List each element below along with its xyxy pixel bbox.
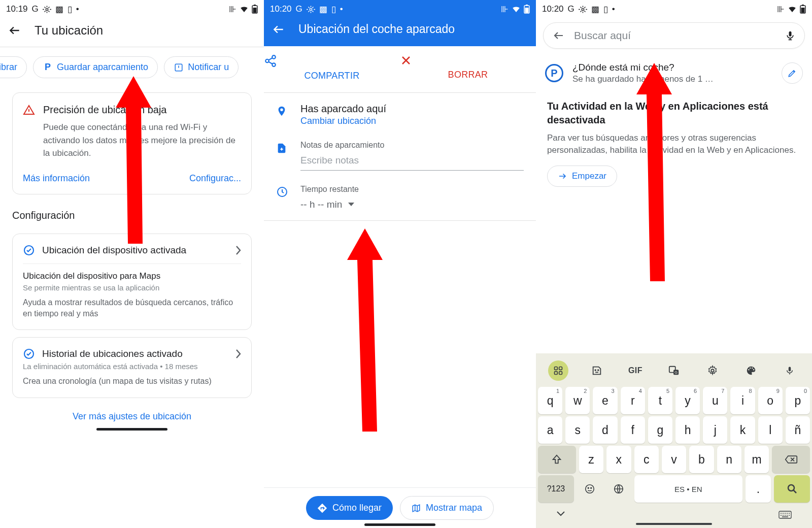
key-k[interactable]: k <box>730 416 755 444</box>
key-l[interactable]: l <box>758 416 783 444</box>
card-body: Puede que conectándote a una red Wi-Fi y… <box>43 121 241 160</box>
key-language[interactable] <box>605 475 631 503</box>
key-spacebar[interactable]: ES • EN <box>634 475 742 503</box>
setting-subdesc: La eliminación automática está activada … <box>23 362 241 371</box>
kb-mic-icon[interactable] <box>780 360 800 381</box>
svg-rect-23 <box>559 367 562 370</box>
key-j[interactable]: j <box>703 416 727 444</box>
vibrate-icon: ⊪ <box>501 4 509 15</box>
more-info-link[interactable]: Más información <box>23 173 90 184</box>
pinwheel-icon <box>307 5 315 14</box>
key-n[interactable]: n <box>717 446 741 473</box>
wifi-icon <box>240 5 249 14</box>
time-dropdown[interactable]: -- h -- min <box>300 194 524 215</box>
svg-rect-3 <box>253 8 257 13</box>
svg-point-38 <box>591 487 592 488</box>
key-p[interactable]: p0 <box>786 387 810 414</box>
back-arrow-icon[interactable] <box>272 23 285 36</box>
more-settings-link[interactable]: Ver más ajustes de ubicación <box>0 398 264 426</box>
notes-input[interactable]: Escribe notas <box>300 150 524 171</box>
key-shift[interactable] <box>538 446 576 473</box>
change-location-link[interactable]: Cambiar ubicación <box>300 116 524 126</box>
back-arrow-icon[interactable] <box>553 29 565 42</box>
directions-button[interactable]: Cómo llegar <box>306 496 393 520</box>
key-numbers[interactable]: ?123 <box>538 475 574 503</box>
key-backspace[interactable] <box>772 446 810 473</box>
key-o[interactable]: o9 <box>758 387 783 414</box>
svg-rect-10 <box>526 5 528 6</box>
svg-point-35 <box>753 369 754 370</box>
key-r[interactable]: r4 <box>621 387 645 414</box>
chip-calibrate[interactable]: Calibrar <box>0 56 27 78</box>
vibrate-icon: ⊪ <box>229 4 236 15</box>
chip-save-parking[interactable]: P Guardar aparcamiento <box>33 56 158 78</box>
key-g[interactable]: g <box>648 416 672 444</box>
key-ñ[interactable]: ñ <box>786 416 810 444</box>
kb-sticker-icon[interactable] <box>587 360 607 381</box>
pinwheel-icon <box>579 5 587 14</box>
key-period[interactable]: . <box>746 475 771 503</box>
key-t[interactable]: t5 <box>648 387 672 414</box>
key-y[interactable]: y6 <box>675 387 700 414</box>
config-link[interactable]: Configurac... <box>189 173 241 184</box>
key-z[interactable]: z <box>579 446 603 473</box>
phone-icon: ▯ <box>603 4 608 15</box>
status-bar: 10:19 G ▩ ▯ • ⊪ <box>0 0 264 17</box>
waa-start-button[interactable]: Empezar <box>547 166 617 187</box>
result-my-car[interactable]: P ¿Dónde está mi coche? Se ha guardado h… <box>536 54 812 92</box>
key-u[interactable]: u7 <box>703 387 727 414</box>
setting-device-location[interactable]: Ubicación del dispositivo activada Ubica… <box>12 234 252 331</box>
svg-text:G: G <box>674 370 678 375</box>
show-map-button[interactable]: Mostrar mapa <box>400 496 494 520</box>
kb-keyboard-icon[interactable] <box>779 511 792 519</box>
page-title: Tu ubicación <box>35 23 103 38</box>
svg-rect-25 <box>559 372 562 375</box>
close-icon <box>400 54 536 67</box>
svg-point-8 <box>310 8 312 10</box>
chip-notify[interactable]: Notificar u <box>164 56 239 78</box>
key-b[interactable]: b <box>689 446 714 473</box>
dropdown-arrow-icon <box>348 203 354 207</box>
key-emoji[interactable] <box>577 475 603 503</box>
notes-label: Notas de aparcamiento <box>300 141 524 150</box>
key-a[interactable]: a <box>538 416 562 444</box>
google-icon: G <box>296 4 302 14</box>
key-w[interactable]: w2 <box>565 387 590 414</box>
kb-collapse-icon[interactable] <box>556 511 565 519</box>
svg-rect-41 <box>779 511 791 518</box>
key-m[interactable]: m <box>745 446 769 473</box>
key-d[interactable]: d <box>593 416 617 444</box>
parking-icon: P <box>545 64 563 82</box>
back-arrow-icon[interactable] <box>8 24 21 37</box>
kb-grid-icon[interactable] <box>548 360 568 381</box>
result-title: ¿Dónde está mi coche? <box>572 62 714 73</box>
kb-settings-icon[interactable] <box>702 360 723 381</box>
key-e[interactable]: e3 <box>593 387 617 414</box>
key-q[interactable]: q1 <box>538 387 562 414</box>
svg-point-14 <box>272 63 276 66</box>
key-search[interactable] <box>774 475 810 503</box>
share-button[interactable]: COMPARTIR <box>264 46 400 92</box>
key-v[interactable]: v <box>662 446 686 473</box>
parking-icon: P <box>43 62 53 73</box>
key-i[interactable]: i8 <box>730 387 755 414</box>
key-c[interactable]: c <box>634 446 659 473</box>
edit-button[interactable] <box>782 62 803 84</box>
keyboard[interactable]: GIF G q1w2e3r4t5y6u7i8o9p0 asdfghjklñ zx… <box>536 353 812 528</box>
key-s[interactable]: s <box>565 416 590 444</box>
key-f[interactable]: f <box>621 416 645 444</box>
key-h[interactable]: h <box>675 416 700 444</box>
kb-translate-icon[interactable]: G <box>664 360 684 381</box>
mic-icon[interactable] <box>785 29 795 42</box>
battery-icon <box>524 5 530 14</box>
time-label: Tiempo restante <box>300 185 524 194</box>
kb-gif-button[interactable]: GIF <box>625 360 646 381</box>
svg-point-32 <box>748 369 749 370</box>
battery-icon <box>252 5 258 14</box>
delete-button[interactable]: BORRAR <box>400 46 536 92</box>
setting-location-history[interactable]: Historial de ubicaciones activado La eli… <box>12 337 252 398</box>
search-bar[interactable]: Buscar aquí <box>543 22 805 49</box>
key-x[interactable]: x <box>606 446 631 473</box>
kb-palette-icon[interactable] <box>741 360 761 381</box>
warning-icon <box>23 104 35 160</box>
